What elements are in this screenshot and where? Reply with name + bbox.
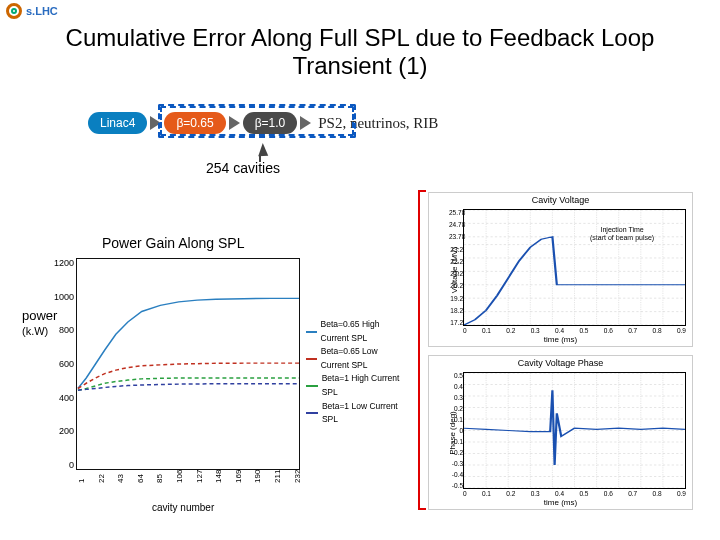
slhc-logo: s.LHC [6,3,58,19]
bracket-icon [418,190,426,510]
chart2-plot [463,209,686,326]
chart1-title: Power Gain Along SPL [102,235,244,251]
power-gain-chart: power (k.W) 120010008006004002000 122436… [24,258,402,523]
chart3-xlabel: time (ms) [429,498,692,507]
chart1-xticks: 122436485106127148169190211232 [76,476,300,504]
logo-text: s.LHC [26,5,58,17]
cavities-arrow-icon [258,143,268,156]
chart3-title: Cavity Voltage Phase [429,358,692,368]
chart1-plot [76,258,300,470]
cavity-voltage-chart: Cavity Voltage Voltage (MV) 25.7824.7823… [428,192,693,347]
chart1-ylabel: power (k.W) [22,308,57,338]
chart2-title: Cavity Voltage [429,195,692,205]
chart1-legend: Beta=0.65 High Current SPLBeta=0.65 Low … [306,318,402,427]
spl-highlight-inner [160,106,354,136]
logo-rings-icon [6,3,22,19]
chart2-yticks: 25.7824.7823.7823.222.221.220.219.218.21… [449,209,463,326]
chart2-xlabel: time (ms) [429,335,692,344]
cavities-label: 254 cavities [206,160,280,176]
chart3-plot [463,372,686,489]
chart1-xlabel: cavity number [152,502,214,513]
chart3-yticks: 0.50.40.30.20.10-0.1-0.2-0.3-0.4-0.5 [449,372,463,489]
page-title: Cumulative Error Along Full SPL due to F… [40,24,680,79]
chart3-xticks: 00.10.20.30.40.50.60.70.80.9 [463,490,686,497]
chart1-yticks: 120010008006004002000 [54,258,74,470]
linac4-chip: Linac4 [88,112,147,134]
chart2-xticks: 00.10.20.30.40.50.60.70.80.9 [463,327,686,334]
cavity-phase-chart: Cavity Voltage Phase Phase (deg) 0.50.40… [428,355,693,510]
